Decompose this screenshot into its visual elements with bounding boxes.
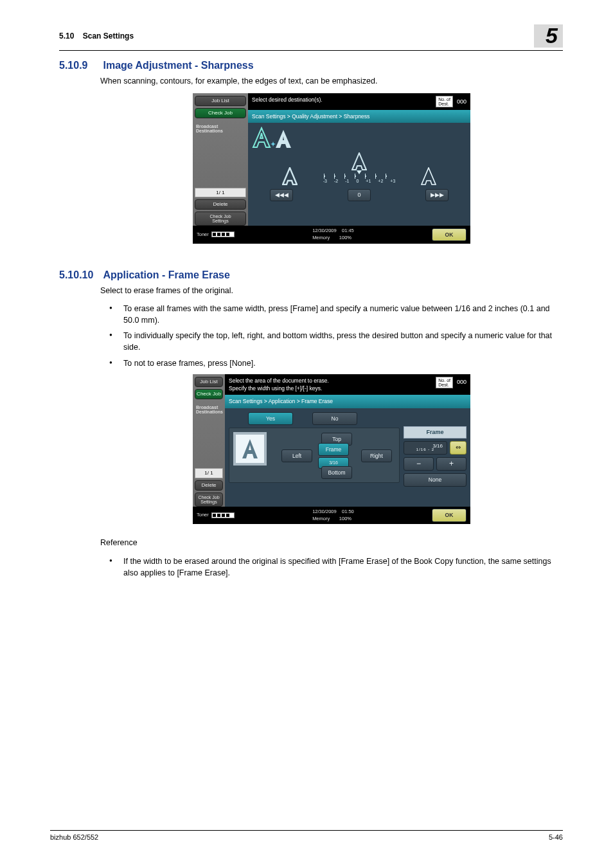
sec1-intro: When scanning, contours, for example, th… [100, 75, 563, 87]
broadcast-label-2: Broadcast Destinations [195, 405, 223, 415]
memory-label-2: Memory [312, 516, 330, 521]
letter-a-sharp-icon [252, 127, 271, 149]
yes-tab[interactable]: Yes [248, 412, 293, 425]
check-job-settings-button[interactable]: Check Job Settings [195, 212, 246, 226]
scr1-time: 01:45 [342, 228, 354, 233]
scr2-time: 01:50 [342, 509, 354, 514]
unit-toggle-button[interactable]: ⇔ [450, 441, 466, 455]
footer-model: bizhub 652/552 [50, 833, 98, 841]
page-footer: bizhub 652/552 5-46 [50, 830, 563, 841]
frame-button[interactable]: Frame [318, 443, 349, 456]
sec2-bullet-1: To erase all frames with the same width,… [100, 303, 563, 326]
scr2-date: 12/30/2009 [312, 509, 337, 514]
dest-count: 000 [457, 98, 466, 106]
job-list-button-2[interactable]: Job List [195, 377, 223, 387]
frame-width-display: 3/16 1/16 - 2 [404, 441, 447, 455]
broadcast-label: Broadcast Destinations [195, 124, 246, 134]
sec2-number: 5.10.10 [59, 269, 100, 281]
page-header: 5.10 Scan Settings 5 [59, 24, 563, 51]
minus-button[interactable]: − [404, 457, 434, 471]
sec2-bullet-3: To not to erase frames, press [None]. [100, 357, 563, 369]
frame-panel-title: Frame [404, 426, 466, 439]
sec2-intro: Select to erase frames of the original. [100, 285, 563, 296]
job-list-button[interactable]: Job List [195, 96, 246, 106]
tick--3: -3 [323, 178, 327, 185]
header-section-num: 5.10 [59, 32, 74, 41]
scr1-date: 12/30/2009 [312, 228, 337, 233]
sharpness-decrease-button[interactable]: ◀◀◀ [270, 189, 293, 201]
tick-0: 0 [356, 178, 359, 185]
letter-a-mid-icon [351, 152, 367, 170]
toner-gauge-icon-2 [211, 512, 235, 518]
screenshot-sharpness: Job List Check Job Broadcast Destination… [193, 93, 470, 244]
ok-button-2[interactable]: OK [432, 509, 466, 521]
left-button[interactable]: Left [281, 449, 312, 462]
check-job-settings-button-2[interactable]: Check Job Settings [195, 493, 223, 507]
none-button[interactable]: None [404, 473, 466, 486]
scr1-top-message: Select desired destination(s). [252, 96, 323, 104]
no-of-dest-label-2: No. of Dest. [436, 377, 453, 388]
toner-label: Toner [197, 231, 209, 237]
sec2-bullet-2: To individually specify the top, left, r… [100, 330, 563, 353]
dest-count-2: 000 [457, 378, 466, 386]
footer-page: 5-46 [549, 833, 563, 841]
sharpness-increase-button[interactable]: ▶▶▶ [425, 189, 449, 201]
letter-a-bold-icon [275, 129, 292, 149]
tick-+2: +2 [378, 178, 383, 185]
memory-pct: 100% [339, 235, 351, 240]
sec2-title: Application - Frame Erase [103, 269, 229, 281]
no-of-dest-label: No. of Dest. [436, 96, 453, 107]
check-job-button-2[interactable]: Check Job [195, 389, 223, 399]
page-indicator-2: 1/ 1 [195, 468, 223, 478]
tick--1: -1 [345, 178, 349, 185]
bottom-button[interactable]: Bottom [321, 466, 353, 479]
right-button[interactable]: Right [361, 449, 392, 462]
tick--2: -2 [334, 178, 338, 185]
header-section-title: Scan Settings [83, 32, 134, 41]
chapter-badge: 5 [534, 24, 563, 48]
letter-a-soft-icon [282, 167, 298, 185]
sec1-title: Image Adjustment - Sharpness [103, 60, 253, 71]
delete-button[interactable]: Delete [195, 199, 246, 210]
reference-bullet: If the width to be erased around the ori… [100, 556, 563, 579]
letter-a-crisp-icon [421, 167, 436, 185]
tick-+1: +1 [366, 178, 371, 185]
delete-button-2[interactable]: Delete [195, 480, 223, 491]
sharpness-scale: -3 -2 -1 0 +1 +2 +3 [323, 152, 396, 185]
frame-preview-icon [233, 432, 267, 466]
scr1-breadcrumb: Scan Settings > Quality Adjustment > Sha… [248, 110, 470, 123]
screenshot-frame-erase: Job List Check Job Broadcast Destination… [193, 374, 470, 525]
no-tab[interactable]: No [312, 412, 357, 425]
toner-label-2: Toner [197, 512, 209, 518]
memory-pct-2: 100% [339, 516, 351, 521]
scr2-breadcrumb: Scan Settings > Application > Frame Eras… [225, 395, 470, 408]
sharpness-zero-button[interactable]: 0 [348, 189, 371, 201]
reference-label: Reference [100, 537, 563, 548]
toner-gauge-icon [211, 231, 235, 237]
tick-+3: +3 [390, 178, 395, 185]
scr2-top-message: Select the area of the document to erase… [229, 377, 329, 393]
ok-button[interactable]: OK [432, 228, 466, 241]
memory-label: Memory [312, 235, 330, 240]
page-indicator: 1/ 1 [195, 188, 246, 198]
sec1-number: 5.10.9 [59, 60, 100, 71]
plus-button[interactable]: + [436, 457, 466, 471]
check-job-button[interactable]: Check Job [195, 108, 246, 118]
